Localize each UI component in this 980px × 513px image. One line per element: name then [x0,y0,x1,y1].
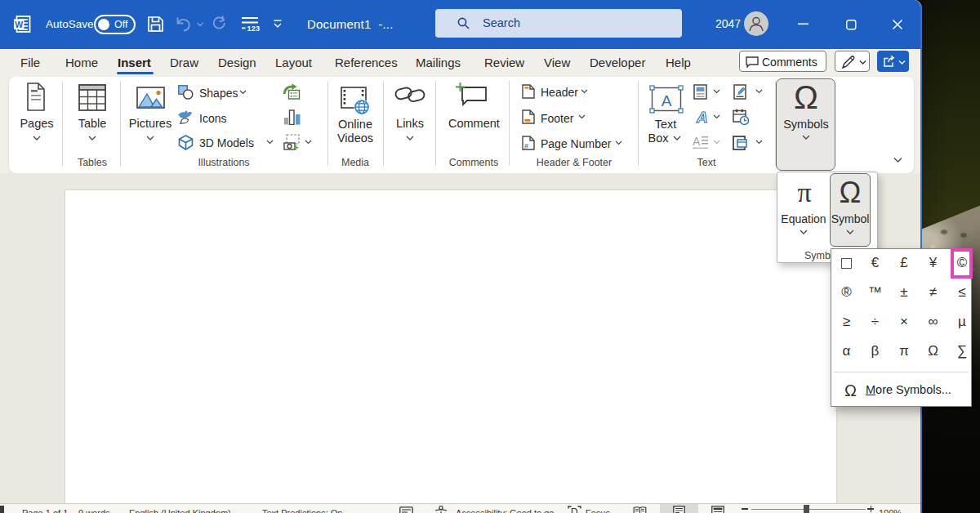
svg-text:A: A [662,92,672,109]
svg-text:#: # [524,142,528,150]
svg-text:A: A [696,109,708,125]
svg-text:123: 123 [247,25,261,33]
svg-text:W: W [15,20,23,29]
svg-text:A: A [693,135,701,148]
